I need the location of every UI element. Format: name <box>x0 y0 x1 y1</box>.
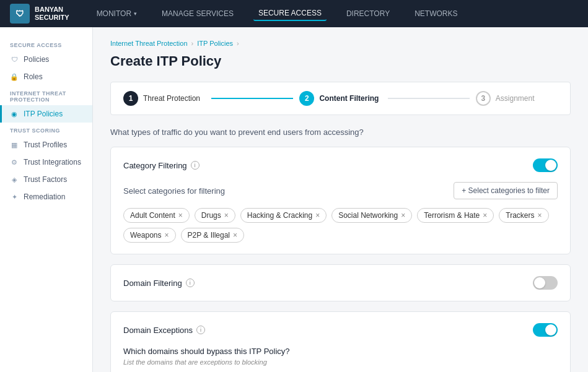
domain-exceptions-body: Which domains should bypass this ITP Pol… <box>123 347 558 372</box>
itp-icon: ◉ <box>10 110 19 118</box>
roles-icon: 🔒 <box>10 73 19 81</box>
tag-remove-p2p[interactable]: × <box>233 231 237 239</box>
domain-exceptions-title: Domain Exceptions i <box>123 326 205 335</box>
domain-filtering-info-icon[interactable]: i <box>186 279 195 287</box>
nav-secure-access[interactable]: SECURE ACCESS <box>253 6 327 21</box>
domain-filtering-header: Domain Filtering i <box>123 276 558 290</box>
remediation-icon: ✦ <box>10 193 19 201</box>
sidebar-section-itp: INTERNET THREAT PROTECTION <box>0 85 92 105</box>
sidebar-item-trust-integrations[interactable]: ⚙ Trust Integrations <box>0 154 92 171</box>
sidebar-item-label: Trust Profiles <box>24 141 67 149</box>
tag-weapons: Weapons × <box>123 228 176 243</box>
logo-text: BANYAN SECURITY <box>35 6 69 22</box>
sidebar-item-trust-profiles[interactable]: ▦ Trust Profiles <box>0 136 92 154</box>
step-line-1 <box>211 98 293 99</box>
step-line-2 <box>388 98 470 99</box>
domain-exceptions-toggle[interactable] <box>533 323 558 337</box>
sidebar: SECURE ACCESS 🛡 Policies 🔒 Roles INTERNE… <box>0 27 93 372</box>
category-select-label: Select categories for filtering <box>123 186 225 196</box>
step-2-circle: 2 <box>299 91 314 106</box>
tag-adult-content: Adult Content × <box>123 208 190 223</box>
domain-filtering-card: Domain Filtering i <box>110 264 571 301</box>
tag-p2p-illegal: P2P & Illegal × <box>181 228 245 243</box>
sidebar-item-label: Policies <box>24 55 49 64</box>
category-filtering-toggle[interactable] <box>533 158 558 172</box>
sidebar-item-label: Trust Factors <box>24 175 67 184</box>
tag-remove-trackers[interactable]: × <box>538 212 542 219</box>
step-2-label: Content Filtering <box>319 94 379 103</box>
toggle-knob <box>545 160 556 171</box>
tag-drugs: Drugs × <box>195 208 235 223</box>
sidebar-item-policies[interactable]: 🛡 Policies <box>0 51 92 68</box>
tag-remove-social[interactable]: × <box>401 212 405 219</box>
page-title: Create ITP Policy <box>110 53 571 69</box>
stepper: 1 Threat Protection 2 Content Filtering … <box>110 82 571 115</box>
domain-filtering-toggle[interactable] <box>533 276 558 290</box>
main-question: What types of traffic do you want to pre… <box>110 128 571 137</box>
tag-terrorism-hate: Terrorism & Hate × <box>417 208 494 223</box>
sidebar-item-trust-factors[interactable]: ◈ Trust Factors <box>0 171 92 188</box>
sidebar-item-label: Remediation <box>24 192 65 201</box>
tag-remove-adult-content[interactable]: × <box>178 212 183 219</box>
sidebar-item-remediation[interactable]: ✦ Remediation <box>0 188 92 205</box>
domain-exceptions-card: Domain Exceptions i Which domains should… <box>110 311 571 372</box>
tag-remove-weapons[interactable]: × <box>164 231 169 239</box>
step-3-circle: 3 <box>476 91 491 106</box>
category-select-row: Select categories for filtering + Select… <box>123 182 558 199</box>
category-filtering-card: Category Filtering i Select categories f… <box>110 147 571 254</box>
sidebar-item-label: ITP Policies <box>24 110 63 118</box>
top-navigation: 🛡 BANYAN SECURITY MONITOR▾ MANAGE SERVIC… <box>0 0 588 27</box>
domain-exceptions-question: Which domains should bypass this ITP Pol… <box>123 347 558 356</box>
main-content: Internet Threat Protection › ITP Policie… <box>93 27 588 372</box>
step-threat-protection[interactable]: 1 Threat Protection <box>123 91 205 106</box>
sidebar-section-trust-scoring: TRUST SCORING <box>0 123 92 136</box>
sidebar-section-secure-access: SECURE ACCESS <box>0 37 92 51</box>
nav-monitor[interactable]: MONITOR▾ <box>92 7 142 20</box>
trust-integrations-icon: ⚙ <box>10 158 19 167</box>
policies-icon: 🛡 <box>10 56 19 63</box>
category-body: Select categories for filtering + Select… <box>123 182 558 243</box>
category-filtering-info-icon[interactable]: i <box>191 161 200 170</box>
nav-networks[interactable]: NETWORKS <box>410 7 462 20</box>
nav-manage-services[interactable]: MANAGE SERVICES <box>157 7 239 20</box>
domain-exceptions-toggle-knob <box>545 324 556 335</box>
sidebar-item-label: Roles <box>24 72 43 81</box>
step-1-label: Threat Protection <box>143 94 200 103</box>
tag-remove-drugs[interactable]: × <box>224 212 229 219</box>
trust-factors-icon: ◈ <box>10 176 19 184</box>
tag-remove-terrorism[interactable]: × <box>483 212 487 219</box>
trust-profiles-icon: ▦ <box>10 141 19 149</box>
breadcrumb-itp-policies[interactable]: ITP Policies <box>197 40 233 47</box>
tags-container: Adult Content × Drugs × Hacking & Cracki… <box>123 208 558 243</box>
breadcrumb-itp[interactable]: Internet Threat Protection <box>110 40 188 47</box>
logo-icon: 🛡 <box>10 4 30 24</box>
tag-trackers: Trackers × <box>499 208 548 223</box>
domain-exceptions-header: Domain Exceptions i <box>123 323 558 337</box>
domain-exceptions-info-icon[interactable]: i <box>196 326 205 334</box>
sidebar-item-label: Trust Integrations <box>24 158 81 167</box>
nav-directory[interactable]: DIRECTORY <box>341 7 395 20</box>
sidebar-item-roles[interactable]: 🔒 Roles <box>0 68 92 85</box>
breadcrumb: Internet Threat Protection › ITP Policie… <box>110 40 571 47</box>
tag-social-networking: Social Networking × <box>331 208 412 223</box>
step-assignment[interactable]: 3 Assignment <box>476 91 558 106</box>
logo: 🛡 BANYAN SECURITY <box>10 4 69 24</box>
step-3-label: Assignment <box>496 94 535 103</box>
domain-toggle-knob <box>534 277 545 288</box>
step-1-circle: 1 <box>123 91 138 106</box>
step-content-filtering[interactable]: 2 Content Filtering <box>299 91 381 106</box>
category-filtering-header: Category Filtering i <box>123 158 558 172</box>
domain-filtering-title: Domain Filtering i <box>123 279 195 288</box>
category-filtering-title: Category Filtering i <box>123 161 200 170</box>
tag-hacking-cracking: Hacking & Cracking × <box>240 208 327 223</box>
select-categories-button[interactable]: + Select categories to filter <box>454 182 558 199</box>
tag-remove-hacking[interactable]: × <box>315 212 320 219</box>
sidebar-item-itp-policies[interactable]: ◉ ITP Policies <box>0 105 92 123</box>
domain-exceptions-hint: List the domains that are exceptions to … <box>123 358 558 366</box>
